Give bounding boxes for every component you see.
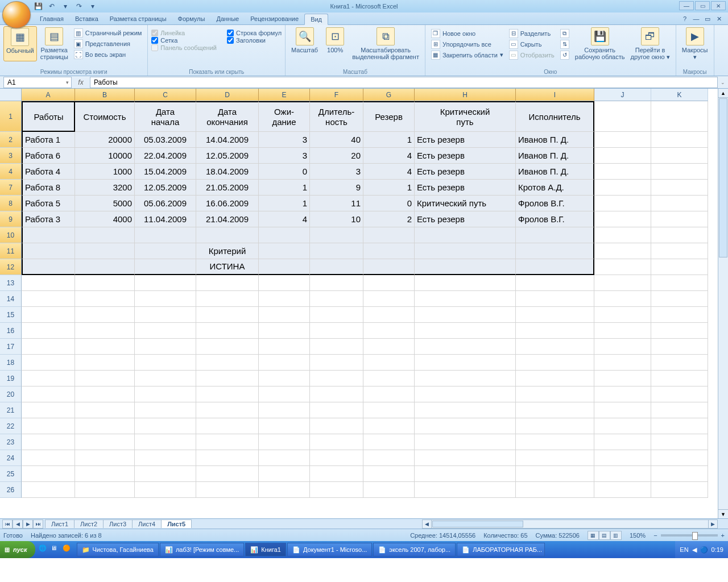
- scroll-thumb[interactable]: [719, 98, 727, 257]
- cell[interactable]: [310, 259, 363, 275]
- cell[interactable]: [259, 355, 310, 371]
- cell[interactable]: [259, 323, 310, 339]
- row-header[interactable]: 26: [0, 482, 22, 498]
- cell[interactable]: [135, 243, 196, 259]
- zoom-out-icon[interactable]: −: [653, 532, 657, 539]
- cell[interactable]: [22, 418, 75, 434]
- cell[interactable]: 20: [310, 148, 363, 164]
- cell[interactable]: [75, 371, 135, 386]
- cell[interactable]: 10: [310, 211, 363, 227]
- cell[interactable]: [651, 227, 708, 243]
- column-header[interactable]: F: [310, 89, 363, 101]
- cell[interactable]: Работа 3: [22, 211, 75, 227]
- cell[interactable]: [516, 434, 594, 450]
- scroll-down-icon[interactable]: ▼: [718, 509, 728, 518]
- cell[interactable]: [415, 466, 516, 482]
- cell[interactable]: [516, 386, 594, 402]
- cell[interactable]: [651, 450, 708, 466]
- cell[interactable]: [135, 402, 196, 418]
- cell[interactable]: [363, 371, 415, 386]
- row-header[interactable]: 8: [0, 196, 22, 211]
- row-header[interactable]: 13: [0, 275, 22, 291]
- zoom-slider[interactable]: [661, 534, 718, 537]
- headings-checkbox[interactable]: Заголовки: [227, 37, 282, 44]
- normal-view-button[interactable]: ▦Обычный: [3, 26, 37, 61]
- cell[interactable]: [135, 418, 196, 434]
- zoom-level[interactable]: 150%: [630, 532, 646, 539]
- cell[interactable]: [594, 482, 651, 498]
- cell[interactable]: [594, 466, 651, 482]
- cell[interactable]: [310, 307, 363, 323]
- dropdown-icon[interactable]: ▾: [60, 1, 71, 11]
- cell[interactable]: [651, 386, 708, 402]
- expand-formula-icon[interactable]: ⌄: [718, 80, 728, 85]
- taskbar-item[interactable]: 📊Книга1: [245, 543, 286, 556]
- cell[interactable]: [594, 291, 651, 307]
- close-doc-button[interactable]: ✕: [714, 14, 723, 23]
- row-header[interactable]: 24: [0, 450, 22, 466]
- cell[interactable]: 05.06.2009: [135, 196, 196, 211]
- cell[interactable]: Есть резерв: [415, 180, 516, 196]
- column-header[interactable]: G: [363, 89, 415, 101]
- cell[interactable]: Критерий: [196, 243, 259, 259]
- cell[interactable]: [363, 339, 415, 355]
- vertical-scrollbar[interactable]: ▲ ▼: [718, 89, 728, 518]
- sheet-next-icon[interactable]: ▶: [23, 519, 33, 529]
- cell[interactable]: [651, 180, 708, 196]
- cell[interactable]: [22, 339, 75, 355]
- cell[interactable]: [75, 386, 135, 402]
- sheet-tab[interactable]: Лист3: [103, 519, 133, 528]
- cell[interactable]: [363, 323, 415, 339]
- cell[interactable]: [594, 148, 651, 164]
- cell[interactable]: [651, 211, 708, 227]
- cell[interactable]: [651, 482, 708, 498]
- column-header[interactable]: D: [196, 89, 259, 101]
- cell[interactable]: [594, 259, 651, 275]
- cell[interactable]: 12.05.2009: [135, 180, 196, 196]
- cell[interactable]: Работа 1: [22, 132, 75, 148]
- cell[interactable]: [135, 386, 196, 402]
- column-header[interactable]: C: [135, 89, 196, 101]
- cell[interactable]: 3200: [75, 180, 135, 196]
- sheet-tab[interactable]: Лист4: [132, 519, 162, 528]
- cell[interactable]: 0: [259, 164, 310, 180]
- help-icon[interactable]: ?: [680, 14, 689, 23]
- restore-doc-button[interactable]: ▭: [703, 14, 712, 23]
- tray-icon[interactable]: 🔵: [700, 546, 708, 554]
- cell[interactable]: Иванов П. Д.: [516, 148, 594, 164]
- cell[interactable]: [259, 259, 310, 275]
- cell[interactable]: [651, 101, 708, 132]
- cell[interactable]: [594, 196, 651, 211]
- cell[interactable]: [75, 243, 135, 259]
- row-header[interactable]: 3: [0, 148, 22, 164]
- scroll-thumb[interactable]: [432, 521, 523, 527]
- cell[interactable]: [651, 323, 708, 339]
- sheet-tab[interactable]: Лист5: [161, 519, 192, 528]
- ribbon-tab[interactable]: Вид: [304, 14, 328, 25]
- cell[interactable]: [415, 291, 516, 307]
- cell[interactable]: Стоимость: [75, 101, 135, 132]
- formulabar-checkbox[interactable]: Строка формул: [227, 30, 282, 36]
- horizontal-scrollbar[interactable]: ◀ ▶: [422, 519, 718, 529]
- row-header[interactable]: 10: [0, 227, 22, 243]
- cell[interactable]: [415, 482, 516, 498]
- cell[interactable]: [259, 307, 310, 323]
- cell[interactable]: [75, 339, 135, 355]
- row-headers[interactable]: 1234789101112131415161718192021222324252…: [0, 101, 22, 498]
- cell[interactable]: [310, 275, 363, 291]
- cell[interactable]: [259, 434, 310, 450]
- cell[interactable]: [135, 259, 196, 275]
- unhide-button[interactable]: ▭Отобразить: [507, 50, 557, 60]
- cell[interactable]: [415, 227, 516, 243]
- scroll-up-icon[interactable]: ▲: [718, 89, 728, 98]
- cell[interactable]: 15.04.2009: [135, 164, 196, 180]
- cell[interactable]: [594, 180, 651, 196]
- cell[interactable]: Фролов В.Г.: [516, 211, 594, 227]
- cell[interactable]: 21.04.2009: [196, 211, 259, 227]
- row-header[interactable]: 20: [0, 386, 22, 402]
- cell[interactable]: Критический путь: [415, 196, 516, 211]
- cell[interactable]: [415, 386, 516, 402]
- cell[interactable]: Работа 6: [22, 148, 75, 164]
- custom-views-button[interactable]: ▣Представления: [72, 39, 144, 49]
- cell[interactable]: [259, 418, 310, 434]
